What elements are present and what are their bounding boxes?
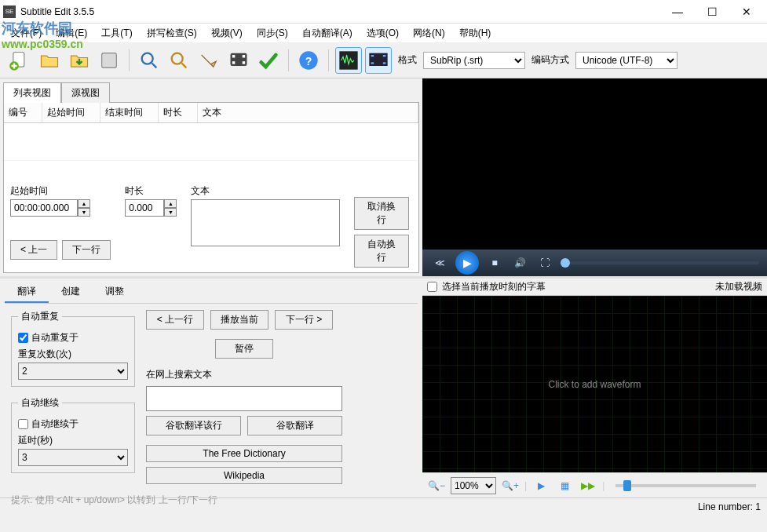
fix-errors-button[interactable] bbox=[195, 47, 222, 74]
svg-rect-8 bbox=[243, 55, 246, 58]
wave-grid-button[interactable]: ▦ bbox=[555, 476, 574, 495]
start-time-label: 起始时间 bbox=[10, 184, 111, 198]
new-file-button[interactable] bbox=[6, 47, 33, 74]
col-duration[interactable]: 时长 bbox=[158, 103, 197, 123]
svg-rect-14 bbox=[371, 55, 374, 56]
svg-rect-2 bbox=[102, 53, 117, 67]
tab-create[interactable]: 创建 bbox=[49, 282, 93, 303]
video-toggle-button[interactable] bbox=[365, 47, 392, 74]
play-current-button[interactable]: 播放当前 bbox=[210, 310, 268, 330]
toolbar: ? 格式 SubRip (.srt) 编码方式 Unicode (UTF-8) bbox=[0, 42, 767, 78]
prev-line-button[interactable]: < 上一 bbox=[10, 240, 57, 260]
menu-network[interactable]: 网络(N) bbox=[407, 25, 451, 42]
close-button[interactable]: ✕ bbox=[729, 1, 764, 23]
find-button[interactable] bbox=[136, 47, 163, 74]
tab-source-view[interactable]: 源视图 bbox=[61, 82, 110, 103]
menu-help[interactable]: 帮助(H) bbox=[453, 25, 498, 42]
wave-forward-button[interactable]: ▶▶ bbox=[579, 476, 597, 495]
autobreak-button[interactable]: 自动换行 bbox=[354, 235, 409, 268]
tip-text: 提示: 使用 <Alt + up/down> 以转到 上一行/下一行 bbox=[5, 490, 418, 510]
google-translate-button[interactable]: 谷歌翻译 bbox=[247, 416, 342, 435]
menu-spellcheck[interactable]: 拼写检查(S) bbox=[141, 25, 203, 42]
tab-translate[interactable]: 翻译 bbox=[5, 282, 49, 303]
autocontinue-group: 自动继续 自动继续于 延时(秒) 3 bbox=[11, 396, 135, 473]
save-as-button[interactable] bbox=[96, 47, 122, 74]
unbreak-button[interactable]: 取消换行 bbox=[354, 197, 409, 230]
zoom-out-button[interactable]: 🔍− bbox=[427, 476, 446, 495]
video-status-text: 未加载视频 bbox=[715, 280, 762, 293]
text-label: 文本 bbox=[191, 184, 340, 198]
minimize-button[interactable]: — bbox=[660, 1, 695, 23]
volume-button[interactable]: 🔊 bbox=[510, 253, 529, 272]
autorepeat-checkbox[interactable] bbox=[18, 333, 28, 343]
delay-select[interactable]: 3 bbox=[18, 449, 128, 466]
save-file-button[interactable] bbox=[66, 47, 93, 74]
help-button[interactable]: ? bbox=[295, 47, 322, 74]
encoding-select[interactable]: Unicode (UTF-8) bbox=[575, 52, 678, 69]
col-number[interactable]: 编号 bbox=[4, 103, 42, 123]
start-down-button[interactable]: ▼ bbox=[78, 208, 90, 217]
wikipedia-button[interactable]: Wikipedia bbox=[146, 467, 342, 484]
free-dictionary-button[interactable]: The Free Dictionary bbox=[146, 445, 342, 462]
fullscreen-button[interactable]: ⛶ bbox=[535, 253, 554, 272]
maximize-button[interactable]: ☐ bbox=[695, 1, 729, 23]
rewind-button[interactable]: ≪ bbox=[430, 253, 449, 272]
select-at-playtime-checkbox[interactable] bbox=[427, 282, 437, 292]
start-up-button[interactable]: ▲ bbox=[78, 199, 90, 208]
search-label: 在网上搜索文本 bbox=[146, 368, 342, 381]
video-panel: ≪ ▶ ■ 🔊 ⛶ bbox=[422, 78, 767, 276]
col-start[interactable]: 起始时间 bbox=[42, 103, 100, 123]
svg-rect-16 bbox=[383, 55, 386, 56]
duration-input[interactable] bbox=[125, 199, 164, 217]
video-seek-slider[interactable] bbox=[561, 261, 759, 264]
subtitle-grid[interactable]: 编号 起始时间 结束时间 时长 文本 bbox=[4, 103, 418, 180]
svg-rect-6 bbox=[232, 55, 236, 58]
format-select[interactable]: SubRip (.srt) bbox=[423, 52, 525, 69]
menu-edit[interactable]: 编辑(E) bbox=[49, 25, 93, 42]
menu-options[interactable]: 选项(O) bbox=[360, 25, 405, 42]
tab-list-view[interactable]: 列表视图 bbox=[3, 82, 61, 103]
col-end[interactable]: 结束时间 bbox=[100, 103, 158, 123]
zoom-select[interactable]: 100% bbox=[451, 477, 496, 494]
wave-play-button[interactable]: ▶ bbox=[531, 476, 550, 495]
col-text[interactable]: 文本 bbox=[197, 103, 418, 123]
repeat-times-select[interactable]: 2 bbox=[18, 363, 128, 380]
start-time-input[interactable] bbox=[10, 199, 78, 217]
tab-adjust[interactable]: 调整 bbox=[93, 282, 137, 303]
autorepeat-group: 自动重复 自动重复于 重复次数(次) 2 bbox=[11, 310, 135, 387]
menu-file[interactable]: 文件(F) bbox=[5, 25, 48, 42]
stop-button[interactable]: ■ bbox=[485, 253, 504, 272]
svg-point-4 bbox=[172, 53, 183, 64]
spellcheck-button[interactable] bbox=[255, 47, 282, 74]
panel-prev-button[interactable]: < 上一行 bbox=[146, 310, 204, 330]
open-file-button[interactable] bbox=[36, 47, 63, 74]
menu-video[interactable]: 视频(V) bbox=[205, 25, 249, 42]
menu-sync[interactable]: 同步(S) bbox=[250, 25, 294, 42]
pause-button[interactable]: 暂停 bbox=[215, 339, 273, 359]
search-input[interactable] bbox=[146, 386, 342, 411]
google-translate-line-button[interactable]: 谷歌翻译该行 bbox=[146, 416, 241, 435]
waveform-toggle-button[interactable] bbox=[335, 47, 362, 74]
dur-up-button[interactable]: ▲ bbox=[164, 199, 177, 208]
dur-down-button[interactable]: ▼ bbox=[164, 208, 177, 217]
zoom-in-button[interactable]: 🔍+ bbox=[501, 476, 520, 495]
svg-rect-15 bbox=[371, 62, 374, 64]
waveform-area[interactable]: Click to add waveform bbox=[422, 296, 767, 472]
menubar: 文件(F) 编辑(E) 工具(T) 拼写检查(S) 视频(V) 同步(S) 自动… bbox=[0, 24, 767, 42]
next-line-button[interactable]: 下一行 bbox=[62, 240, 111, 260]
wave-position-slider[interactable] bbox=[615, 484, 756, 487]
replace-button[interactable] bbox=[166, 47, 192, 74]
play-button[interactable]: ▶ bbox=[455, 251, 479, 275]
svg-text:?: ? bbox=[305, 54, 312, 67]
svg-rect-9 bbox=[243, 61, 246, 64]
line-number-status: Line number: 1 bbox=[698, 501, 761, 512]
menu-tools[interactable]: 工具(T) bbox=[95, 25, 138, 42]
visual-sync-button[interactable] bbox=[225, 47, 252, 74]
autocontinue-checkbox[interactable] bbox=[18, 419, 28, 429]
svg-rect-12 bbox=[339, 51, 357, 69]
duration-label: 时长 bbox=[125, 184, 177, 198]
menu-autotranslate[interactable]: 自动翻译(A) bbox=[296, 25, 359, 42]
panel-next-button[interactable]: 下一行 > bbox=[275, 310, 333, 330]
text-input[interactable] bbox=[191, 199, 340, 246]
svg-point-3 bbox=[142, 53, 153, 64]
